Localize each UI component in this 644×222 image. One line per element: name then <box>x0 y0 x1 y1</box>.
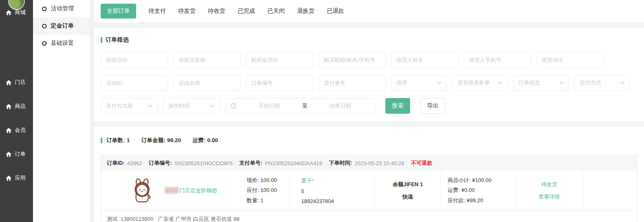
buyer-phone: 18924237804 <box>301 198 375 204</box>
sort-select[interactable]: 排序 <box>391 75 447 91</box>
freight-value: ¥0.00 <box>461 187 475 193</box>
submenu-item-label: 基础设置 <box>51 40 74 47</box>
receiver-name-input[interactable] <box>391 52 458 68</box>
primary-sidebar: 商城 门店 商品 会员 订单 应用 <box>0 0 33 222</box>
order-address-row: 测试 13800123800 广东省 广州市 白云区 黄石街道 88 <box>101 210 637 222</box>
order-amount-label: 订单金额: <box>142 137 166 143</box>
filter-title: 订单筛选 <box>106 36 129 44</box>
circle-icon <box>42 24 47 28</box>
pickup-id-input[interactable] <box>101 52 168 68</box>
home-icon <box>6 10 12 15</box>
payment-sn-value: PN2305251040DAA419 <box>265 160 322 166</box>
tab-pending-payment[interactable]: 待支付 <box>149 7 166 15</box>
sidebar-item-goods[interactable]: 商品 <box>0 102 33 110</box>
chevron-down-icon <box>210 105 215 107</box>
current-price: 现价: 100.00 <box>247 175 290 185</box>
payment-sn-input[interactable] <box>318 75 386 91</box>
chevron-down-icon <box>559 82 564 84</box>
receiver-address-input[interactable] <box>536 52 604 68</box>
subtotal-label: 商品小计: <box>448 177 471 183</box>
delivery-method: 快递 <box>403 193 413 201</box>
sidebar-item-members[interactable]: 会员 <box>0 126 33 134</box>
product-cell: 门店定金阶梯团 <box>101 171 241 210</box>
submenu-item-activity-management[interactable]: 活动管理 <box>33 0 90 17</box>
order-freight: 运费:0.00 <box>193 137 218 144</box>
accent-bar <box>101 37 102 43</box>
payment-method-select[interactable]: 支付方式 <box>574 75 630 91</box>
tab-closed[interactable]: 已关闭 <box>267 7 285 15</box>
order-sn-input[interactable] <box>246 75 313 91</box>
buyer-cell: 栗子* 5 18924237804 <box>290 171 375 210</box>
date-range-picker[interactable]: 开始日期 至 结束日期 <box>225 98 375 114</box>
submenu-item-deposit-orders[interactable]: 定金订单 <box>33 17 90 35</box>
chevron-down-icon <box>148 105 152 107</box>
export-button[interactable]: 导出 <box>420 98 445 114</box>
censored-text-block <box>165 187 179 194</box>
chevron-down-icon <box>437 82 441 84</box>
sidebar-item-apps[interactable]: 应用 <box>0 174 33 182</box>
buyer-nickname-input[interactable] <box>318 52 386 68</box>
circle-icon <box>42 41 47 46</box>
subtotal-value: ¥100.00 <box>472 177 491 183</box>
order-status-select[interactable]: 订单状态 <box>513 75 569 91</box>
select-placeholder: 操作时间 <box>168 102 190 110</box>
payable: 应付款: ¥99.20 <box>448 196 515 206</box>
order-amount: 订单金额:99.20 <box>142 137 181 144</box>
order-count-value: 1 <box>127 137 130 143</box>
tab-returns[interactable]: 退换货 <box>297 7 314 15</box>
submenu-item-basic-settings[interactable]: 基础设置 <box>33 35 90 52</box>
sidebar-item-store[interactable]: 门店 <box>0 78 33 86</box>
select-placeholder: 排序 <box>396 79 407 86</box>
select-placeholder: 订单状态 <box>519 79 540 86</box>
first-order-select[interactable]: 是否搜索首单 <box>452 75 508 91</box>
buyer-member-id-input[interactable] <box>246 52 313 68</box>
orders-summary: 订单数:1 订单金额:99.20 运费:0.00 <box>101 137 637 144</box>
tab-pending-shipment[interactable]: 待发货 <box>178 7 196 15</box>
due-price: 应付: 100.00 <box>247 185 290 195</box>
spacer <box>94 22 644 28</box>
current-price-value: 100.00 <box>260 177 277 183</box>
due-price-label: 应付: <box>247 187 259 193</box>
order-card: 订单ID: 43962 订单编号: SN2305251040CCC8F5 支付单… <box>101 155 637 222</box>
product-name[interactable]: 门店定金阶梯团 <box>165 187 217 194</box>
operation-time-select[interactable]: 操作时间 <box>163 98 220 114</box>
pickup-name-input[interactable] <box>173 52 241 68</box>
payment-group-select[interactable]: 支付方式组 <box>101 98 158 114</box>
view-details-link[interactable]: 查看详情 <box>538 193 560 201</box>
filter-row-3: 支付方式组 操作时间 开始日期 至 结束日期 搜索 导出 <box>101 98 637 114</box>
spacer <box>94 121 644 127</box>
home-icon <box>6 175 12 181</box>
select-placeholder: 是否搜索首单 <box>458 79 490 86</box>
search-button[interactable]: 搜索 <box>385 98 410 114</box>
activity-id-input[interactable] <box>101 75 168 91</box>
tab-all-orders[interactable]: 全部订单 <box>101 4 136 19</box>
order-id-label: 订单ID: <box>107 159 125 167</box>
quantity: 数量: 1 <box>247 196 290 206</box>
order-row: 门店定金阶梯团 现价: 100.00 应付: 100.00 数量: 1 栗子* … <box>101 171 637 210</box>
buyer-member-id: 5 <box>301 188 375 194</box>
filter-title-row: 订单筛选 <box>101 36 637 44</box>
receiver-phone-input[interactable] <box>464 52 531 68</box>
secondary-sidebar: 活动管理 定金订单 基础设置 <box>33 0 91 222</box>
product-name-link[interactable]: 门店定金阶梯团 <box>179 187 217 194</box>
chevron-down-icon <box>498 82 502 84</box>
activity-name-input[interactable] <box>173 75 241 91</box>
tab-completed[interactable]: 已完成 <box>238 7 255 15</box>
filter-row-1 <box>101 52 637 68</box>
start-date-placeholder[interactable]: 开始日期 <box>240 102 299 110</box>
sidebar-item-orders[interactable]: 订单 <box>0 150 33 158</box>
home-icon <box>6 80 12 85</box>
tab-refunded[interactable]: 已退款 <box>327 7 344 15</box>
tab-pending-receipt[interactable]: 待收货 <box>208 7 225 15</box>
order-amount-value: 99.20 <box>167 137 181 143</box>
buyer-nickname-link[interactable]: 栗子* <box>301 177 375 185</box>
empty-cell <box>583 171 637 210</box>
sidebar-item-label: 会员 <box>15 126 26 134</box>
end-date-placeholder[interactable]: 结束日期 <box>311 102 370 110</box>
order-freight-label: 运费: <box>193 137 206 143</box>
submenu-item-label: 定金订单 <box>51 22 74 30</box>
order-count: 订单数:1 <box>106 137 130 144</box>
payable-value: ¥99.20 <box>467 197 483 203</box>
payment-sn-label: 支付单号: <box>239 159 262 167</box>
freight: 运费: ¥0.00 <box>448 185 515 195</box>
